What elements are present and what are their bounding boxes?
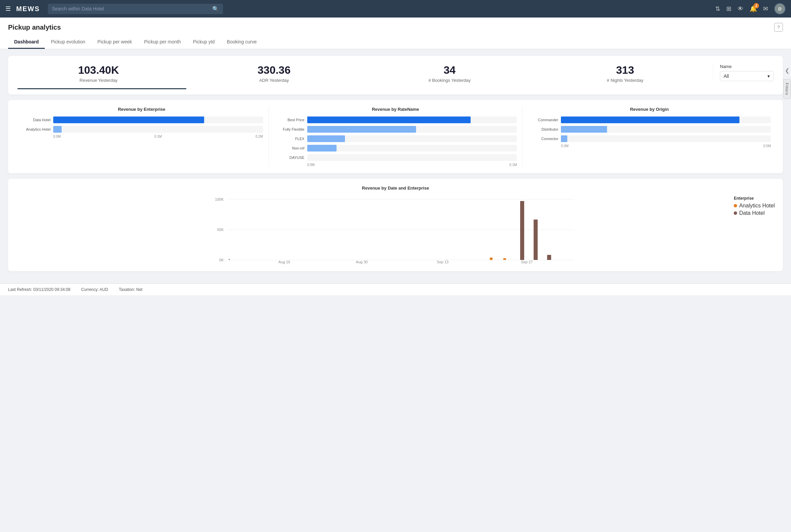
name-filter: Name All ▾ [713, 64, 773, 81]
date-chart-svg: 100K 50K 0K Aug 16 Aug 30 Sep 13 Sep 27 [16, 196, 775, 263]
tab-pickup-evolution[interactable]: Pickup evolution [45, 36, 91, 49]
bar-row: Commander [528, 116, 771, 123]
chart-revenue-by-enterprise: Revenue by Enterprise Data Hotel Analyti… [15, 107, 269, 167]
bar-label: Distributor [528, 127, 558, 131]
metric-adr-label: ADR Yesterday [193, 78, 355, 83]
view-icon[interactable]: 👁 [737, 5, 743, 13]
search-input[interactable] [52, 6, 209, 12]
chart-origin-title: Revenue by Origin [528, 107, 771, 112]
chart-enterprise-bars: Data Hotel Analytics Hotel [20, 116, 263, 133]
add-icon[interactable]: ⊞ [726, 5, 731, 13]
x-axis: 0.0M 0.1M [274, 163, 517, 167]
bar-container [307, 126, 517, 133]
bar-label: Best Price [274, 118, 305, 122]
bar-data-hotel [520, 201, 524, 260]
last-refresh-label: Last Refresh: [8, 287, 33, 292]
topnav-right: ⇅ ⊞ 👁 🔔 2 ✉ D [715, 3, 786, 15]
metrics-row: 103.40K Revenue Yesterday 330.36 ADR Yes… [18, 64, 713, 89]
bar-fill [307, 116, 471, 123]
x-label: 0.5M [764, 144, 771, 148]
y-label: 0K [219, 258, 224, 262]
chevron-down-icon: ▾ [768, 73, 770, 79]
bar-label: Fully Flexible [274, 127, 305, 131]
chart-revenue-by-ratename: Revenue by RateName Best Price Fully Fle… [269, 107, 523, 167]
x-label: Aug 30 [356, 260, 368, 264]
notification-icon[interactable]: 🔔 2 [750, 5, 757, 13]
x-label: 0.2M [255, 135, 263, 138]
avatar[interactable]: D [774, 3, 786, 15]
baseline-marker [229, 259, 230, 260]
metric-bookings: 34 # Bookings Yesterday [362, 64, 537, 89]
charts-row: Revenue by Enterprise Data Hotel Analyti… [8, 100, 783, 173]
side-panel: ❮ Filters [783, 18, 791, 99]
metric-nights-value: 313 [544, 64, 706, 76]
metric-revenue-value: 103.40K [18, 64, 180, 76]
bar-data-hotel [547, 255, 551, 260]
bar-fill [561, 135, 567, 142]
bar-fill [561, 126, 607, 133]
legend-title: Enterprise [734, 196, 775, 201]
bar-row: Distributor [528, 126, 771, 133]
tab-pickup-ytd[interactable]: Pickup ytd [187, 36, 221, 49]
bar-row: Analytics Hotel [20, 126, 263, 133]
x-label: 0.0M [53, 135, 61, 138]
x-label: Sep 13 [437, 260, 449, 264]
metric-revenue-label: Revenue Yesterday [18, 78, 180, 83]
metric-bookings-value: 34 [369, 64, 531, 76]
tab-pickup-per-week[interactable]: Pickup per week [91, 36, 138, 49]
menu-icon[interactable]: ☰ [5, 5, 11, 13]
footer-bar: Last Refresh: 03/11/2020 09:34:08 Curren… [0, 284, 791, 295]
x-label: 0.1M [154, 135, 162, 138]
footer-refresh: Last Refresh: 03/11/2020 09:34:08 [8, 287, 70, 292]
chart-origin-bars: Commander Distributor Connector [528, 116, 771, 142]
bar-container [307, 145, 517, 152]
footer-taxation: Taxation: Net [119, 287, 143, 292]
bar-label: FLEX [274, 137, 305, 141]
bar-analytics [490, 258, 493, 260]
baseline-marker [446, 259, 447, 260]
bar-row: Best Price [274, 116, 517, 123]
legend-item-analytics: Analytics Hotel [734, 203, 775, 209]
bar-analytics [503, 258, 506, 260]
name-filter-select[interactable]: All ▾ [720, 71, 773, 81]
bar-label: Commander [528, 118, 558, 122]
tab-dashboard[interactable]: Dashboard [8, 36, 45, 49]
last-refresh-value: 03/11/2020 09:34:08 [33, 287, 70, 292]
metric-bookings-label: # Bookings Yesterday [369, 78, 531, 83]
search-bar[interactable]: 🔍 [48, 4, 223, 14]
search-icon: 🔍 [212, 6, 219, 12]
tab-booking-curve[interactable]: Booking curve [221, 36, 263, 49]
x-label: 0.0M [307, 163, 315, 167]
bar-label: Connector [528, 137, 558, 141]
bar-label: DAYUSE [274, 155, 305, 159]
bar-row: FLEX [274, 135, 517, 142]
chart-revenue-by-origin: Revenue by Origin Commander Distributor … [522, 107, 776, 167]
main-content: 103.40K Revenue Yesterday 330.36 ADR Yes… [0, 49, 791, 284]
help-button[interactable]: ? [774, 23, 783, 32]
bar-data-hotel [534, 220, 538, 260]
x-label: Sep 27 [521, 260, 533, 264]
taxation-label: Taxation: [119, 287, 136, 292]
currency-label: Currency: [81, 287, 100, 292]
bar-container [307, 135, 517, 142]
metric-nights: 313 # Nights Yesterday [537, 64, 713, 89]
bar-fill [307, 135, 345, 142]
legend-dot-analytics [734, 204, 737, 207]
sort-icon[interactable]: ⇅ [715, 5, 720, 13]
bar-container [307, 116, 517, 123]
mail-icon[interactable]: ✉ [763, 5, 768, 13]
x-label: 0.0M [561, 144, 568, 148]
tab-pickup-per-month[interactable]: Pickup per month [138, 36, 187, 49]
x-axis: 0.0M 0.1M 0.2M [20, 135, 263, 138]
bar-container [561, 126, 771, 133]
bar-container [53, 126, 263, 133]
date-chart-area: 100K 50K 0K Aug 16 Aug 30 Sep 13 Sep 27 [16, 196, 775, 265]
date-chart-title: Revenue by Date and Enterprise [16, 186, 775, 191]
metric-nights-label: # Nights Yesterday [544, 78, 706, 83]
notification-badge: 2 [754, 3, 759, 8]
bar-label: Non-ref [274, 146, 305, 150]
filters-button[interactable]: Filters [783, 79, 791, 99]
y-label: 50K [217, 228, 224, 232]
collapse-icon[interactable]: ❮ [784, 65, 791, 76]
bar-container [561, 116, 771, 123]
